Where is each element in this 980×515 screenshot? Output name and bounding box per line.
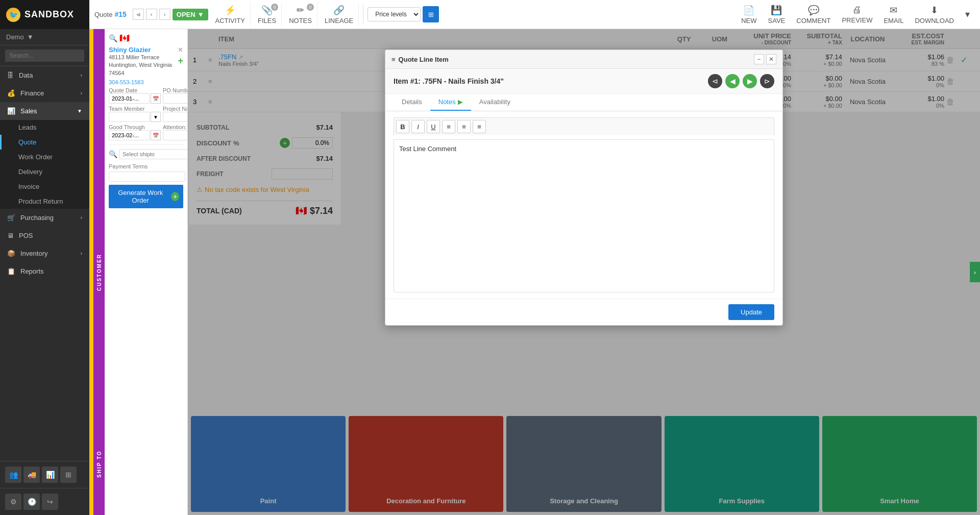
team-member-dropdown-btn[interactable]: ▼ xyxy=(151,112,161,122)
dialog-nav-last-btn[interactable]: ⊳ xyxy=(760,74,774,88)
tab-notes[interactable]: Notes ▶ xyxy=(430,94,471,111)
sidebar-search-container xyxy=(0,45,89,66)
save-btn[interactable]: 💾 SAVE xyxy=(763,3,791,27)
notes-editor[interactable]: Test Line Comment xyxy=(394,139,774,292)
preview-btn[interactable]: 🖨 PREVIEW xyxy=(837,3,877,26)
purchasing-icon: 🛒 xyxy=(7,214,15,222)
sidebar-item-finance[interactable]: 💰 Finance › xyxy=(0,84,89,102)
sidebar-item-delivery[interactable]: Delivery xyxy=(0,164,89,179)
dialog-nav-first-btn[interactable]: ⊲ xyxy=(708,74,722,88)
payment-terms-input[interactable] xyxy=(109,171,185,182)
email-btn[interactable]: ✉ EMAIL xyxy=(878,3,909,27)
email-icon: ✉ xyxy=(890,5,897,16)
sidebar-item-quote[interactable]: Quote xyxy=(0,135,89,150)
settings-icon[interactable]: ⚙ xyxy=(5,494,21,510)
team-member-input[interactable] xyxy=(109,112,150,122)
quote-date-input[interactable] xyxy=(109,93,150,104)
files-badge: 0 xyxy=(271,4,278,11)
files-btn[interactable]: 📎 FILES 0 xyxy=(253,3,282,27)
activity-btn[interactable]: ⚡ ACTIVITY xyxy=(210,3,251,27)
dialog-item-title: Item #1: .75FN - Nails Finish 3/4" xyxy=(394,77,504,85)
users-icon[interactable]: 👥 xyxy=(5,467,21,483)
lineage-label: LINEAGE xyxy=(325,17,353,24)
bold-btn[interactable]: B xyxy=(396,120,409,133)
lineage-btn[interactable]: 🔗 LINEAGE xyxy=(320,3,359,27)
sidebar-item-sales[interactable]: 📊 Sales ▼ xyxy=(0,102,89,120)
sidebar-search-input[interactable] xyxy=(5,50,84,62)
demo-selector[interactable]: Demo ▼ xyxy=(0,29,89,45)
sidebar-item-product-return[interactable]: Product Return xyxy=(0,194,89,209)
generate-work-order-btn[interactable]: Generate Work Order + xyxy=(109,185,183,208)
sales-submenu: Leads Quote Work Order Delivery Invoice … xyxy=(0,120,89,209)
align-center-btn[interactable]: ≡ xyxy=(457,120,471,133)
notes-btn[interactable]: ✏ NOTES 0 xyxy=(284,3,317,27)
nav-next-btn[interactable]: › xyxy=(159,9,170,20)
logout-icon[interactable]: ↪ xyxy=(42,494,58,510)
dialog-tabs: Details Notes ▶ Availability xyxy=(385,94,782,111)
sidebar-item-leads[interactable]: Leads xyxy=(0,120,89,135)
more-btn[interactable]: ▾ xyxy=(960,7,975,22)
truck-icon[interactable]: 🚚 xyxy=(23,467,40,483)
more-icon: ▾ xyxy=(965,9,970,20)
dialog-nav-next-btn[interactable]: ▶ xyxy=(743,74,757,88)
ship-to-tab-label: SHIP TO xyxy=(93,413,105,515)
align-left-btn[interactable]: ≡ xyxy=(442,120,455,133)
customer-name[interactable]: Shiny Glazier xyxy=(109,46,172,54)
grid-icon[interactable]: ⊞ xyxy=(60,467,77,483)
sidebar-item-reports[interactable]: 📋 Reports xyxy=(0,262,89,280)
scroll-right-btn[interactable]: › xyxy=(970,262,980,282)
good-through-input[interactable] xyxy=(109,130,150,140)
sidebar-item-pos[interactable]: 🖥 POS xyxy=(0,227,89,244)
dialog-nav-prev-btn[interactable]: ◀ xyxy=(725,74,740,88)
customer-panel: CUSTOMER 🔍 🇨🇦 Shiny Glazier 48113 Miller… xyxy=(93,29,188,515)
chart-icon[interactable]: 📊 xyxy=(42,467,58,483)
italic-btn[interactable]: I xyxy=(411,120,425,133)
dialog-header: ≡ Quote Line Item − ✕ xyxy=(385,50,782,69)
project-name-input[interactable] xyxy=(163,112,188,122)
update-btn[interactable]: Update xyxy=(728,304,774,320)
payment-terms-label: Payment Terms xyxy=(109,163,183,169)
sidebar-logo: 🐦 SANDBOX xyxy=(0,0,89,29)
logo-icon: 🐦 xyxy=(6,8,20,22)
new-btn[interactable]: 📄 NEW xyxy=(736,3,762,27)
align-right-btn[interactable]: ≡ xyxy=(473,120,486,133)
dialog-navigation: ⊲ ◀ ▶ ⊳ xyxy=(708,74,774,88)
customer-phone[interactable]: 304-553-1583 xyxy=(109,79,172,85)
quote-date-calendar-btn[interactable]: 📅 xyxy=(151,93,161,104)
po-number-input[interactable] xyxy=(163,93,188,104)
price-levels-config-btn[interactable]: ⊞ xyxy=(423,6,439,22)
pos-icon: 🖥 xyxy=(7,232,14,239)
remove-customer-icon[interactable]: ✕ xyxy=(178,46,183,54)
clock-icon[interactable]: 🕐 xyxy=(23,494,40,510)
sales-icon: 📊 xyxy=(7,107,15,115)
add-customer-icon[interactable]: + xyxy=(178,56,183,66)
price-levels-select[interactable]: Price levels xyxy=(368,7,421,21)
nav-first-btn[interactable]: ⊲ xyxy=(133,9,144,20)
sidebar-item-label: Reports xyxy=(20,267,44,275)
nav-prev-btn[interactable]: ‹ xyxy=(146,9,157,20)
attention-input[interactable] xyxy=(163,130,188,140)
sidebar-item-work-order[interactable]: Work Order xyxy=(0,150,89,164)
sidebar-item-invoice[interactable]: Invoice xyxy=(0,179,89,194)
reports-icon: 📋 xyxy=(7,267,15,275)
dialog-minimize-btn[interactable]: − xyxy=(754,54,764,64)
underline-btn[interactable]: U xyxy=(427,120,440,133)
download-btn[interactable]: ⬇ DOWNLOAD xyxy=(910,3,959,27)
dialog-title: ≡ Quote Line Item xyxy=(391,56,449,63)
comment-btn[interactable]: 💬 COMMENT xyxy=(791,3,836,27)
attention-label: Attention: xyxy=(163,124,188,130)
open-status-btn[interactable]: OPEN ▼ xyxy=(173,9,208,20)
notes-tab-label: Notes xyxy=(438,98,456,106)
good-through-calendar-btn[interactable]: 📅 xyxy=(151,130,161,140)
tab-availability[interactable]: Availability xyxy=(471,94,519,111)
sidebar-item-purchasing[interactable]: 🛒 Purchasing › xyxy=(0,209,89,227)
chevron-right-icon: › xyxy=(81,251,82,256)
search-icon: 🔍 xyxy=(109,34,117,42)
tab-details[interactable]: Details xyxy=(394,94,430,111)
sidebar-item-inventory[interactable]: 📦 Inventory › xyxy=(0,244,89,262)
sidebar-item-label: POS xyxy=(19,232,33,239)
sidebar-item-data[interactable]: 🗄 Data › xyxy=(0,66,89,84)
quote-date-label: Quote Date xyxy=(109,87,150,93)
dialog-close-btn[interactable]: ✕ xyxy=(766,54,776,64)
shipto-input[interactable] xyxy=(119,149,188,159)
